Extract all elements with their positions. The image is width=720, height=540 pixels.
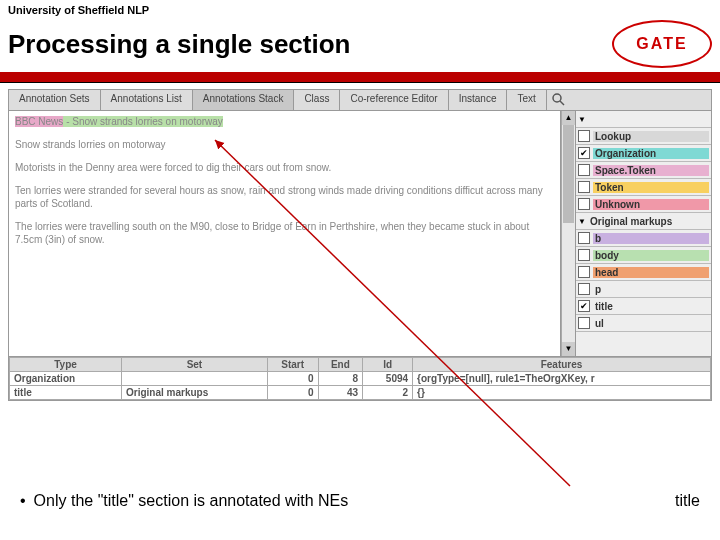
scroll-up-icon[interactable]: ▲ [562,111,575,125]
scroll-down-icon[interactable]: ▼ [562,342,575,356]
set-p[interactable]: p [576,281,711,298]
bullet-dot-icon: • [20,492,26,510]
set-lookup[interactable]: Lookup [576,128,711,145]
col-features[interactable]: Features [413,358,711,372]
col-type[interactable]: Type [10,358,122,372]
logo-text: GATE [612,20,712,68]
checkbox[interactable] [578,130,590,142]
tab-coreference[interactable]: Co-reference Editor [340,90,448,110]
checkbox[interactable] [578,249,590,261]
page-title: Processing a single section [8,29,350,60]
annotation-organization[interactable]: BBC News [15,116,63,127]
checkbox[interactable] [578,283,590,295]
bullet-point: • Only the "title" section is annotated … [20,492,348,510]
gate-app-screenshot: Annotation Sets Annotations List Annotat… [8,89,712,401]
checkbox[interactable] [578,232,590,244]
doc-paragraph: Snow strands lorries on motorway [15,138,554,151]
svg-line-1 [560,101,564,105]
table-row[interactable]: title Original markups 0 43 2 {} [10,386,711,400]
institution-label: University of Sheffield NLP [0,0,720,20]
tab-text[interactable]: Text [507,90,546,110]
tab-annotation-sets[interactable]: Annotation Sets [9,90,101,110]
checkbox[interactable]: ✔ [578,147,590,159]
annotation-title[interactable]: - Snow strands lorries on motorway [63,116,223,127]
red-divider [0,72,720,82]
col-start[interactable]: Start [267,358,318,372]
set-unknown[interactable]: Unknown [576,196,711,213]
document-pane[interactable]: BBC News - Snow strands lorries on motor… [9,111,561,356]
search-icon[interactable] [547,90,569,110]
tab-instance[interactable]: Instance [449,90,508,110]
bullet-text: Only the "title" section is annotated wi… [34,492,349,510]
tab-annotations-stack[interactable]: Annotations Stack [193,90,295,110]
set-ul[interactable]: ul [576,315,711,332]
doc-paragraph: Motorists in the Denny area were forced … [15,161,554,174]
set-token[interactable]: Token [576,179,711,196]
tab-class[interactable]: Class [294,90,340,110]
set-original-markups-header[interactable]: ▼Original markups [576,213,711,230]
tab-annotations-list[interactable]: Annotations List [101,90,193,110]
annotation-details-table: Type Set Start End Id Features Organizat… [8,357,712,401]
doc-paragraph: Ten lorries were stranded for several ho… [15,184,554,210]
checkbox[interactable]: ✔ [578,300,590,312]
tab-bar: Annotation Sets Annotations List Annotat… [8,89,712,111]
set-b[interactable]: b [576,230,711,247]
set-space-token[interactable]: Space.Token [576,162,711,179]
scrollbar[interactable]: ▲ ▼ [561,111,575,356]
set-group-header[interactable]: ▼ [576,111,711,128]
table-row[interactable]: Organization 0 8 5094 {orgType=[null], r… [10,372,711,386]
svg-point-0 [553,94,561,102]
doc-paragraph: The lorries were travelling south on the… [15,220,554,246]
col-set[interactable]: Set [122,358,268,372]
checkbox[interactable] [578,181,590,193]
set-title[interactable]: ✔title [576,298,711,315]
gate-logo: GATE [612,20,712,68]
checkbox[interactable] [578,198,590,210]
checkbox[interactable] [578,317,590,329]
aside-label: title [675,492,700,510]
col-end[interactable]: End [318,358,363,372]
checkbox[interactable] [578,164,590,176]
set-head[interactable]: head [576,264,711,281]
set-organization[interactable]: ✔Organization [576,145,711,162]
checkbox[interactable] [578,266,590,278]
col-id[interactable]: Id [363,358,413,372]
annotation-sets-panel: ▼ Lookup ✔Organization Space.Token Token… [575,111,711,356]
set-body[interactable]: body [576,247,711,264]
thin-divider [0,82,720,83]
scroll-thumb[interactable] [563,125,574,223]
